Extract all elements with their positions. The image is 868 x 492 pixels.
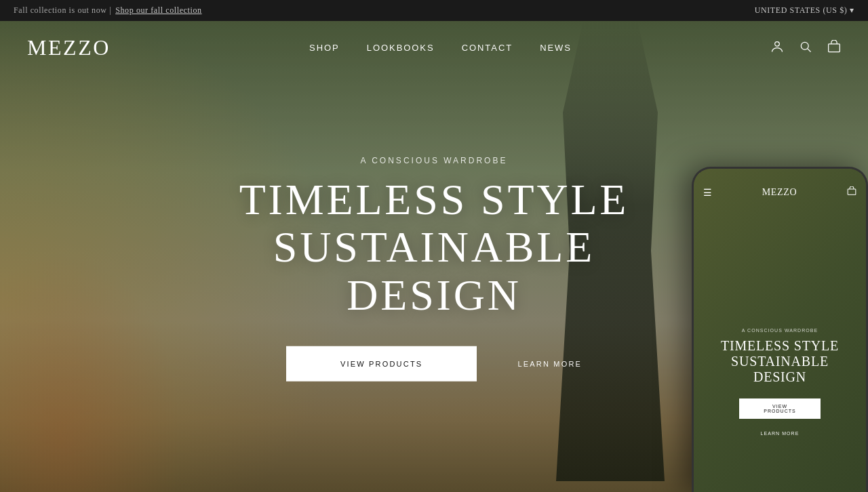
chair-decoration — [0, 221, 203, 492]
hero-section: Fall collection is out now | Shop our fa… — [0, 0, 868, 492]
phone-title-line3: DESIGN — [753, 369, 806, 384]
hero-title-line2: SUSTAINABLE DESIGN — [273, 223, 595, 319]
site-header: MEZZO SHOP LOOKBOOKS CONTACT NEWS — [0, 23, 868, 73]
phone-subtitle: A CONSCIOUS WARDROBE — [705, 328, 855, 333]
main-nav: SHOP LOOKBOOKS CONTACT NEWS — [309, 43, 572, 53]
view-products-button[interactable]: VIEW PRODUCTS — [286, 346, 477, 382]
nav-item-shop[interactable]: SHOP — [309, 43, 340, 53]
cart-icon[interactable] — [827, 40, 841, 56]
nav-item-news[interactable]: NEWS — [540, 43, 572, 53]
chevron-down-icon: ▾ — [850, 5, 854, 16]
learn-more-button[interactable]: LEARN MORE — [517, 360, 582, 368]
phone-mockup: Fall collection is out now | Shop our fa… — [692, 167, 868, 492]
phone-hero-content: A CONSCIOUS WARDROBE TIMELESS STYLE SUST… — [694, 328, 866, 438]
hero-title-line1: TIMELESS STYLE — [239, 176, 629, 224]
header-icons — [770, 40, 841, 56]
user-account-icon[interactable] — [770, 40, 784, 56]
hero-subtitle: A CONSCIOUS WARDROBE — [197, 156, 671, 165]
announcement-link[interactable]: Shop our fall collection — [115, 5, 201, 16]
phone-screen: Fall collection is out now | Shop our fa… — [694, 169, 866, 492]
phone-logo: MEZZO — [762, 187, 797, 198]
hero-buttons: VIEW PRODUCTS LEARN MORE — [197, 346, 671, 382]
hero-title: TIMELESS STYLE SUSTAINABLE DESIGN — [197, 176, 671, 319]
phone-title-line1: TIMELESS STYLE — [721, 338, 839, 353]
nav-item-lookbooks[interactable]: LOOKBOOKS — [367, 43, 435, 53]
svg-rect-4 — [848, 189, 856, 194]
region-selector[interactable]: UNITED STATES (US $) ▾ — [755, 5, 854, 16]
svg-point-0 — [775, 42, 780, 47]
site-logo[interactable]: MEZZO — [27, 35, 111, 60]
phone-learn-more-button[interactable]: LEARN MORE — [761, 431, 800, 436]
announcement-text: Fall collection is out now | Shop our fa… — [14, 5, 202, 16]
phone-hamburger-icon[interactable]: ☰ — [703, 187, 712, 199]
announcement-bar: Fall collection is out now | Shop our fa… — [0, 0, 868, 21]
announcement-static: Fall collection is out now | — [14, 5, 111, 16]
search-icon[interactable] — [799, 40, 812, 56]
svg-rect-3 — [829, 44, 840, 52]
phone-title-line2: SUSTAINABLE — [731, 354, 829, 369]
svg-point-1 — [801, 42, 808, 49]
hero-content: A CONSCIOUS WARDROBE TIMELESS STYLE SUST… — [197, 156, 671, 382]
phone-cart-icon[interactable] — [847, 186, 856, 199]
svg-line-2 — [808, 49, 811, 52]
phone-header: ☰ MEZZO — [694, 181, 866, 204]
region-label: UNITED STATES (US $) — [755, 5, 848, 16]
nav-item-contact[interactable]: CONTACT — [462, 43, 513, 53]
phone-view-products-button[interactable]: VIEW PRODUCTS — [739, 398, 821, 419]
phone-title: TIMELESS STYLE SUSTAINABLE DESIGN — [705, 338, 855, 385]
